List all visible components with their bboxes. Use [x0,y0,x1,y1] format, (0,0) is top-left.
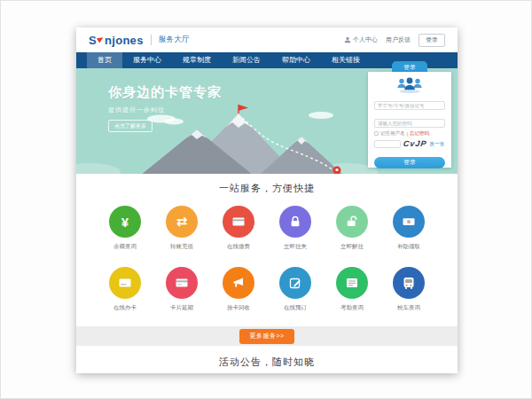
login-divider: | [407,131,408,137]
bank-card-icon[interactable] [223,206,254,238]
nav-item-news[interactable]: 新闻公告 [222,52,271,68]
synjones-logo[interactable]: S njones 服务大厅 [89,34,190,47]
service-card-extension[interactable]: 卡片延期 [153,267,210,312]
services-row-1: ¥ 余额查询 ⇄ 转账充值 在线缴费 立即挂失 [76,206,458,251]
header-login-button[interactable]: 登录 [419,34,445,47]
nav-item-help-center[interactable]: 帮助中心 [271,52,321,68]
banknote-icon[interactable] [393,206,425,238]
lock-icon[interactable] [279,206,311,238]
bus-icon[interactable] [393,267,425,299]
nav-item-links[interactable]: 相关链接 [321,52,371,68]
banner-decoration [76,163,121,174]
list-icon[interactable] [336,267,368,299]
logo-text-right: njones [105,34,144,47]
screenshot-canvas: S njones 服务大厅 个人中心 用户反馈 登录 首页 [0,0,532,399]
service-unfreeze[interactable]: 立即解挂 [324,206,380,251]
more-services-button[interactable]: 更多服务>> [239,329,293,344]
announcements-section: 活动公告，随时知晓 使用指南 最新公告 更多>> 使用指南 更多>> [76,346,458,373]
captcha-input[interactable] [374,140,401,148]
feedback-label: 用户反馈 [386,35,411,44]
remember-checkbox[interactable] [374,131,379,136]
nav-item-home[interactable]: 首页 [87,52,122,68]
login-form: 记住用户名 | 忘记密码 CvJP 换一张 登录 [368,72,451,168]
megaphone-icon[interactable] [223,267,254,299]
hero-title: 你身边的卡管专家 [108,84,222,101]
service-online-booking[interactable]: 在线预订 [267,267,324,312]
hero-cta-button[interactable]: 点击了解更多 [108,120,153,132]
feedback-link[interactable]: 用户反馈 [386,35,411,44]
logo-arrow-icon [97,35,105,43]
announcements-title: 活动公告，随时知晓 [76,356,458,369]
service-found-card[interactable]: 拾卡回收 [210,267,267,312]
users-group-icon [374,75,445,95]
password-input[interactable] [374,119,445,128]
hero-subtitle: 提供捷径一步到位 [108,106,222,114]
card-extend-icon[interactable] [166,267,198,299]
personal-center-label: 个人中心 [353,35,378,44]
change-captcha-link[interactable]: 换一张 [430,141,445,147]
captcha-image[interactable]: CvJP [403,139,427,148]
username-input[interactable] [374,101,445,110]
transfer-arrows-icon[interactable]: ⇄ [166,206,198,238]
nav-item-rules[interactable]: 规章制度 [172,52,222,68]
service-attendance[interactable]: 考勤查询 [324,267,380,312]
service-apply-card[interactable]: 在线办卡 [97,267,153,312]
site-header: S njones 服务大厅 个人中心 用户反馈 登录 [76,27,458,52]
unlock-icon[interactable] [336,206,368,238]
site-subtitle: 服务大厅 [151,35,190,45]
service-balance[interactable]: ¥ 余额查询 [97,206,153,251]
header-links: 个人中心 用户反馈 登录 [344,34,445,47]
service-subsidy[interactable]: 补助领取 [380,206,437,251]
yuan-icon[interactable]: ¥ [109,206,141,238]
service-transfer[interactable]: ⇄ 转账充值 [153,206,210,251]
edit-pencil-icon[interactable] [279,267,311,299]
more-services-strip: 更多服务>> [76,326,458,346]
login-submit-button[interactable]: 登录 [374,157,445,168]
hero-text: 你身边的卡管专家 提供捷径一步到位 点击了解更多 [108,84,222,132]
remember-label: 记住用户名 [380,130,405,137]
login-panel: 登录 记住用户名 | 忘记密码 [368,61,451,168]
person-icon [344,36,351,43]
service-report-loss[interactable]: 立即挂失 [267,206,324,251]
personal-center-link[interactable]: 个人中心 [344,35,378,44]
nav-item-service-center[interactable]: 服务中心 [122,52,172,68]
service-online-payment[interactable]: 在线缴费 [210,206,267,251]
service-hall-page: S njones 服务大厅 个人中心 用户反馈 登录 首页 [76,27,458,373]
services-title: 一站服务，方便快捷 [76,182,458,195]
card-apply-icon[interactable] [109,267,141,299]
logo-text-left: S [89,34,97,47]
services-row-2: 在线办卡 卡片延期 拾卡回收 [76,267,458,312]
services-section: 一站服务，方便快捷 ¥ 余额查询 ⇄ 转账充值 在线缴费 [76,174,458,346]
service-school-bus[interactable]: 校车查询 [380,267,437,312]
forgot-password-link[interactable]: 忘记密码 [410,130,429,137]
